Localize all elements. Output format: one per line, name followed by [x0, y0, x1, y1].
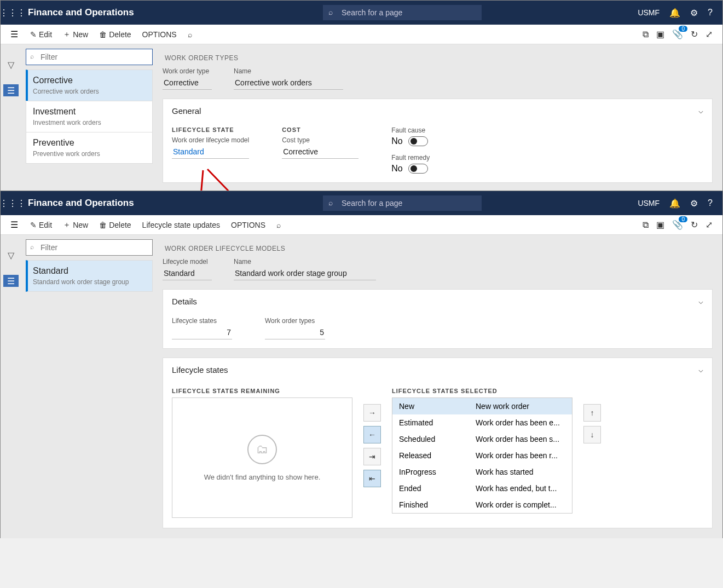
link-icon[interactable]: ⧉	[643, 220, 649, 230]
fault-remedy-value: No	[391, 164, 402, 174]
bell-icon[interactable]: 🔔	[669, 8, 680, 18]
cost-type-value[interactable]: Corrective	[282, 145, 358, 159]
action-toolbar: ☰ ✎Edit ＋New 🗑Delete OPTIONS ⌕ ⧉ ▣ 📎0 ↻ …	[1, 25, 722, 44]
filter-input[interactable]	[26, 49, 153, 65]
list-icon[interactable]: ☰	[3, 84, 19, 96]
work-order-type-value[interactable]: Corrective	[163, 76, 212, 90]
side-rail: ▽ ☰	[1, 235, 21, 538]
popout-icon[interactable]: ⤢	[705, 220, 713, 230]
office-icon[interactable]: ▣	[656, 29, 664, 39]
toolbar-search-button[interactable]: ⌕	[182, 28, 198, 41]
search-icon: ⌕	[276, 221, 281, 229]
list-item-title: Corrective	[33, 76, 146, 85]
state-desc: Work order has been s...	[476, 435, 565, 443]
field-label: Fault cause	[391, 126, 430, 134]
filter-input[interactable]	[26, 239, 153, 256]
search-icon: ⌕	[30, 53, 34, 60]
edit-button[interactable]: ✎Edit	[25, 28, 57, 41]
attachments-icon[interactable]: 📎0	[672, 220, 683, 230]
toolbar-search-button[interactable]: ⌕	[271, 218, 286, 232]
field-label: Work order types	[265, 317, 325, 325]
list-item-subtitle: Corrective work orders	[33, 88, 146, 95]
app-launcher-icon[interactable]: ⋮⋮⋮	[1, 191, 25, 215]
office-icon[interactable]: ▣	[656, 220, 664, 230]
new-button[interactable]: ＋New	[57, 27, 94, 42]
state-row[interactable]: ScheduledWork order has been s...	[392, 431, 572, 447]
options-button[interactable]: OPTIONS	[225, 218, 271, 232]
list-item[interactable]: StandardStandard work order stage group	[26, 260, 153, 292]
field-label: Cost type	[282, 136, 358, 144]
lifecycle-updates-button[interactable]: Lifecycle state updates	[137, 218, 225, 232]
state-row[interactable]: InProgressWork has started	[392, 464, 572, 480]
plus-icon: ＋	[63, 30, 71, 39]
move-all-right-button[interactable]: ⇥	[363, 448, 381, 465]
move-right-button[interactable]: →	[363, 404, 381, 422]
side-rail: ▽ ☰	[1, 44, 21, 193]
lifecycle-model-value[interactable]: Standard	[163, 267, 212, 280]
filter-icon[interactable]: ▽	[8, 60, 14, 70]
list-item-subtitle: Preventive work orders	[33, 150, 146, 158]
move-left-button[interactable]: ←	[363, 426, 381, 443]
field-label: Name	[234, 258, 376, 266]
state-row[interactable]: FinishedWork order is complet...	[392, 497, 572, 513]
lifecycle-states-count: 7	[172, 326, 232, 339]
fault-cause-toggle[interactable]	[408, 136, 428, 146]
refresh-icon[interactable]: ↻	[691, 220, 698, 230]
state-row[interactable]: EndedWork has ended, but t...	[392, 480, 572, 497]
name-value[interactable]: Standard work order stage group	[234, 267, 376, 280]
delete-button[interactable]: 🗑Delete	[94, 218, 136, 232]
state-desc: Work order has been r...	[476, 451, 565, 460]
attachments-icon[interactable]: 📎0	[672, 29, 683, 39]
lifecycle-model-link[interactable]: Standard	[172, 145, 249, 159]
move-all-left-button[interactable]: ⇤	[363, 470, 381, 487]
details-header[interactable]: Details ⌵	[163, 290, 712, 313]
delete-button[interactable]: 🗑Delete	[94, 28, 136, 41]
general-header[interactable]: General ⌵	[163, 99, 712, 122]
app-title: Finance and Operations	[28, 7, 134, 18]
list-item-subtitle: Investment work orders	[33, 119, 146, 126]
selected-title: LIFECYCLE STATES SELECTED	[392, 388, 572, 394]
new-button[interactable]: ＋New	[57, 218, 94, 232]
global-search-input[interactable]	[323, 5, 482, 20]
popout-icon[interactable]: ⤢	[705, 29, 713, 39]
global-search-input[interactable]	[323, 195, 482, 211]
list-icon[interactable]: ☰	[3, 275, 19, 287]
company-code[interactable]: USMF	[638, 8, 660, 17]
name-value[interactable]: Corrective work orders	[234, 76, 343, 90]
help-icon[interactable]: ?	[708, 198, 713, 208]
help-icon[interactable]: ?	[708, 8, 713, 18]
trash-icon: 🗑	[99, 221, 107, 229]
edit-button[interactable]: ✎Edit	[25, 218, 57, 232]
list-item-subtitle: Standard work order stage group	[33, 278, 146, 286]
bell-icon[interactable]: 🔔	[669, 198, 680, 209]
list-item[interactable]: InvestmentInvestment work orders	[26, 101, 153, 132]
state-desc: Work order is complet...	[476, 500, 565, 509]
list-item[interactable]: PreventivePreventive work orders	[26, 132, 153, 164]
page-heading: WORK ORDER TYPES	[163, 47, 713, 67]
state-row[interactable]: NewNew work order	[392, 398, 572, 414]
state-row[interactable]: ReleasedWork order has been r...	[392, 447, 572, 464]
selected-list[interactable]: NewNew work orderEstimatedWork order has…	[392, 397, 572, 514]
move-down-button[interactable]: ↓	[583, 426, 601, 443]
hamburger-icon[interactable]: ☰	[10, 220, 18, 230]
search-icon: ⌕	[328, 8, 333, 16]
list-item-title: Standard	[33, 266, 146, 276]
app-launcher-icon[interactable]: ⋮⋮⋮	[1, 1, 25, 25]
move-up-button[interactable]: ↑	[583, 404, 601, 422]
page-heading: WORK ORDER LIFECYCLE MODELS	[163, 237, 713, 258]
chevron-up-icon: ⌵	[698, 296, 703, 306]
link-icon[interactable]: ⧉	[643, 30, 649, 39]
gear-icon[interactable]: ⚙	[690, 198, 698, 209]
state-row[interactable]: EstimatedWork order has been e...	[392, 414, 572, 431]
hamburger-icon[interactable]: ☰	[10, 29, 18, 39]
pencil-icon: ✎	[30, 221, 37, 229]
lifecycle-states-header[interactable]: Lifecycle states ⌵	[163, 358, 712, 381]
empty-text: We didn't find anything to show here.	[204, 473, 321, 481]
company-code[interactable]: USMF	[638, 199, 660, 207]
list-item[interactable]: CorrectiveCorrective work orders	[26, 70, 153, 101]
refresh-icon[interactable]: ↻	[691, 29, 698, 39]
filter-icon[interactable]: ▽	[8, 250, 14, 261]
options-button[interactable]: OPTIONS	[137, 28, 182, 41]
gear-icon[interactable]: ⚙	[690, 8, 698, 18]
fault-remedy-toggle[interactable]	[408, 164, 428, 174]
